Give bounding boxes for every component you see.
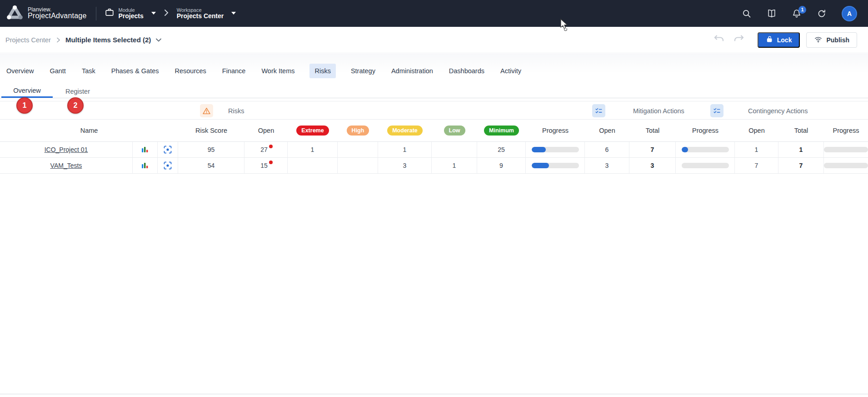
severity-badge-high[interactable]: High bbox=[347, 126, 369, 136]
user-avatar[interactable]: A bbox=[842, 6, 857, 21]
mitigation-total-cell: 3 bbox=[629, 158, 676, 173]
open-risks-cell: 15 bbox=[260, 162, 268, 169]
severity-badge-minimum[interactable]: Minimum bbox=[484, 126, 519, 136]
mitigation-open-cell: 6 bbox=[585, 142, 629, 157]
progress-bar bbox=[532, 147, 579, 152]
severity-badge-low[interactable]: Low bbox=[444, 126, 465, 136]
severity-badge-extreme[interactable]: Extreme bbox=[296, 126, 329, 136]
mitigation-open-cell: 3 bbox=[585, 158, 629, 173]
annotation-badge-2: 2 bbox=[67, 97, 84, 114]
table-row: VAM_Tests 54 15 3 1 9 3 3 7 7 bbox=[0, 158, 868, 174]
main-tab-bar: Overview Gantt Task Phases & Gates Resou… bbox=[0, 54, 868, 82]
progress-bar bbox=[682, 163, 729, 168]
minimum-count-cell: 9 bbox=[477, 158, 526, 173]
open-risks-cell: 27 bbox=[260, 146, 268, 153]
bar-chart-icon[interactable] bbox=[133, 142, 158, 157]
risk-warning-icon bbox=[200, 104, 213, 117]
col-header-mitigation-total[interactable]: Total bbox=[629, 127, 676, 134]
chevron-down-icon bbox=[151, 12, 156, 15]
col-header-contingency-progress[interactable]: Progress bbox=[824, 127, 868, 134]
lock-button[interactable]: Lock bbox=[758, 32, 800, 48]
col-header-risk-score[interactable]: Risk Score bbox=[178, 127, 244, 134]
col-header-mitigation-progress[interactable]: Progress bbox=[676, 127, 735, 134]
col-header-contingency-open[interactable]: Open bbox=[735, 127, 778, 134]
extreme-count-cell bbox=[288, 158, 338, 173]
contingency-checklist-icon bbox=[710, 104, 723, 117]
tab-risks[interactable]: Risks bbox=[309, 64, 335, 78]
breadcrumb-toolbar: Projects Center Multiple Items Selected … bbox=[0, 27, 868, 53]
workspace-selector[interactable]: Workspace Projects Center bbox=[177, 7, 236, 20]
brand: Planview. ProjectAdvantage bbox=[0, 5, 87, 22]
progress-bar bbox=[682, 147, 729, 152]
top-navbar: Planview. ProjectAdvantage Module Projec… bbox=[0, 0, 868, 27]
col-header-open[interactable]: Open bbox=[244, 127, 288, 134]
refresh-icon[interactable] bbox=[817, 9, 827, 19]
search-icon[interactable] bbox=[742, 9, 752, 19]
annotation-badge-1: 1 bbox=[16, 97, 33, 114]
focus-target-icon[interactable] bbox=[158, 142, 178, 157]
navbar-divider bbox=[96, 7, 96, 20]
col-header-risk-progress[interactable]: Progress bbox=[526, 127, 585, 134]
table-header-row: Name Risk Score Open Extreme High Modera… bbox=[0, 120, 868, 142]
tab-administration[interactable]: Administration bbox=[390, 64, 434, 78]
subtab-overview[interactable]: Overview bbox=[1, 85, 53, 98]
contingency-progress-cell bbox=[824, 158, 868, 173]
breadcrumb-dropdown-icon[interactable] bbox=[155, 38, 162, 42]
chevron-right-icon bbox=[163, 9, 170, 18]
contingency-total-cell: 7 bbox=[778, 158, 824, 173]
breadcrumb-parent-link[interactable]: Projects Center bbox=[5, 36, 51, 44]
tab-task[interactable]: Task bbox=[81, 64, 96, 78]
subtab-divider bbox=[0, 98, 868, 98]
module-selector[interactable]: Module Projects bbox=[105, 7, 156, 20]
tab-activity[interactable]: Activity bbox=[499, 64, 522, 78]
progress-bar bbox=[532, 163, 579, 168]
help-book-icon[interactable] bbox=[767, 9, 777, 19]
risk-progress-cell bbox=[526, 142, 585, 157]
notifications-bell-icon[interactable]: 1 bbox=[792, 9, 802, 19]
minimum-count-cell: 25 bbox=[477, 142, 526, 157]
contingency-total-cell: 1 bbox=[778, 142, 824, 157]
planview-logo-icon bbox=[6, 5, 23, 22]
moderate-count-cell: 1 bbox=[378, 142, 432, 157]
alert-dot bbox=[269, 145, 273, 148]
risk-progress-cell bbox=[526, 158, 585, 173]
tab-strategy[interactable]: Strategy bbox=[350, 64, 376, 78]
progress-bar bbox=[824, 163, 868, 168]
col-header-name[interactable]: Name bbox=[0, 127, 178, 134]
workspace-value: Projects Center bbox=[177, 13, 224, 20]
sub-tab-bar: Overview Register bbox=[0, 85, 868, 98]
col-header-contingency-total[interactable]: Total bbox=[778, 127, 824, 134]
chevron-down-icon bbox=[231, 12, 236, 15]
page-bottom-divider bbox=[0, 394, 868, 394]
tab-gantt[interactable]: Gantt bbox=[49, 64, 66, 78]
low-count-cell bbox=[432, 142, 477, 157]
focus-target-icon[interactable] bbox=[158, 158, 178, 173]
column-group-header-row: Risks Mitigation Actions Contingency Act… bbox=[0, 101, 868, 120]
group-label-mitigation: Mitigation Actions bbox=[633, 101, 684, 120]
tab-resources[interactable]: Resources bbox=[174, 64, 207, 78]
moderate-count-cell: 3 bbox=[378, 158, 432, 173]
redo-icon[interactable] bbox=[733, 34, 745, 46]
progress-bar bbox=[824, 147, 868, 152]
subtab-register[interactable]: Register bbox=[53, 85, 103, 98]
publish-button[interactable]: Publish bbox=[806, 32, 857, 48]
project-name-link[interactable]: ICO_Project 01 bbox=[45, 146, 88, 153]
extreme-count-cell: 1 bbox=[288, 142, 338, 157]
low-count-cell: 1 bbox=[432, 158, 477, 173]
undo-icon[interactable] bbox=[713, 34, 725, 46]
risk-score-cell: 95 bbox=[178, 142, 244, 157]
tab-work-items[interactable]: Work Items bbox=[260, 64, 295, 78]
contingency-open-cell: 7 bbox=[735, 158, 778, 173]
severity-badge-moderate[interactable]: Moderate bbox=[387, 126, 423, 136]
mitigation-total-cell: 7 bbox=[629, 142, 676, 157]
col-header-mitigation-open[interactable]: Open bbox=[585, 127, 629, 134]
mitigation-progress-cell bbox=[676, 158, 735, 173]
tab-phases-gates[interactable]: Phases & Gates bbox=[110, 64, 160, 78]
tab-overview[interactable]: Overview bbox=[5, 64, 35, 78]
project-name-link[interactable]: VAM_Tests bbox=[50, 162, 82, 169]
tab-finance[interactable]: Finance bbox=[221, 64, 247, 78]
bar-chart-icon[interactable] bbox=[133, 158, 158, 173]
mitigation-checklist-icon bbox=[592, 104, 605, 117]
table-row: ICO_Project 01 95 27 1 1 25 6 7 1 1 bbox=[0, 142, 868, 158]
tab-dashboards[interactable]: Dashboards bbox=[448, 64, 485, 78]
